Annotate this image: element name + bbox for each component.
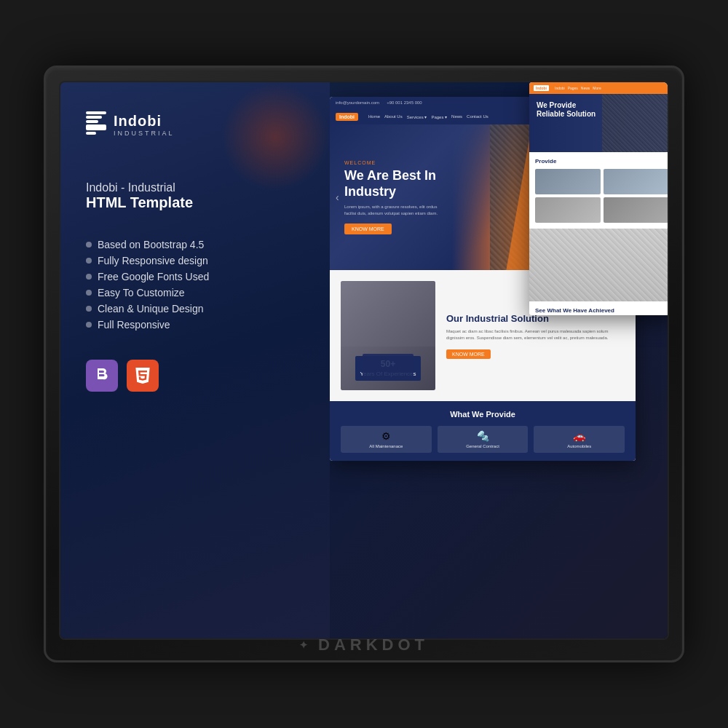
sec-links: Indobi Pages News More bbox=[555, 86, 601, 90]
sec-hero-text: We Provide Reliable Solution bbox=[537, 101, 668, 119]
tech-badges bbox=[86, 360, 304, 392]
sec-hero: We Provide Reliable Solution bbox=[529, 94, 668, 152]
feature-item: Full Responsive bbox=[86, 319, 304, 331]
product-name-line2: HTML Template bbox=[86, 194, 304, 211]
sec-brand: Indobi bbox=[534, 85, 549, 91]
feature-item: Easy To Customize bbox=[86, 287, 304, 298]
nav-links: Home About Us Services ▾ Pages ▾ News Co… bbox=[368, 114, 488, 119]
services-grid: ⚙ All Maintenanace 🔩 General Contract 🚗 … bbox=[341, 426, 625, 453]
about-text: Maquet ac diam ac libac facilisis finibu… bbox=[446, 328, 625, 341]
logo-icon bbox=[86, 111, 106, 138]
hero-cta-button[interactable]: KNOW MORE bbox=[344, 223, 392, 234]
about-image: 50+ Years Of Experiences bbox=[341, 281, 435, 390]
sec-hero-title: We Provide Reliable Solution bbox=[537, 101, 602, 119]
sec-provide-grid bbox=[535, 169, 668, 223]
feature-item: Clean & Unique Design bbox=[86, 303, 304, 314]
hero-text: WELCOME We Are Best In Industry Lorem ip… bbox=[344, 160, 446, 234]
about-cta-button[interactable]: KNOW MORE bbox=[446, 349, 491, 359]
feature-item: Based on Bootstrap 4.5 bbox=[86, 239, 304, 250]
service-item: 🚗 Automobiles bbox=[534, 426, 625, 453]
about-content: Our Industrial Solution Maquet ac diam a… bbox=[446, 313, 625, 359]
hero-welcome: WELCOME bbox=[344, 160, 446, 165]
hero-desc: Lorem ipsum, with a gravure resolves, el… bbox=[344, 204, 439, 216]
right-panel: Indobi Indobi Pages News More We Provide… bbox=[330, 82, 668, 638]
logo-title: Indobi bbox=[114, 113, 175, 130]
logo-text: Indobi INDUSTRIAL bbox=[114, 113, 175, 137]
sec-navbar: Indobi Indobi Pages News More bbox=[529, 82, 668, 94]
monitor: Indobi INDUSTRIAL Indobi - Industrial HT… bbox=[44, 66, 684, 662]
left-panel: Indobi INDUSTRIAL Indobi - Industrial HT… bbox=[60, 82, 330, 638]
sec-provide: Provide bbox=[529, 152, 668, 229]
screen-content: Indobi INDUSTRIAL Indobi - Industrial HT… bbox=[60, 82, 668, 638]
sec-achieve-title: See What We Have Achieved bbox=[535, 307, 668, 314]
sec-achieve: See What We Have Achieved Sarah Pellins bbox=[529, 301, 668, 315]
website-secondary: Indobi Indobi Pages News More We Provide… bbox=[529, 82, 668, 315]
service-item: 🔩 General Contract bbox=[438, 426, 529, 453]
prev-arrow-icon[interactable]: ‹ bbox=[336, 191, 339, 203]
site-services: What We Provide ⚙ All Maintenanace 🔩 Gen… bbox=[330, 401, 636, 461]
service-item: ⚙ All Maintenanace bbox=[341, 426, 432, 453]
feature-item: Free Google Fonts Used bbox=[86, 271, 304, 282]
sec-provide-title: Provide bbox=[535, 158, 668, 165]
html5-badge bbox=[127, 360, 159, 392]
services-title: What We Provide bbox=[341, 410, 625, 419]
nav-brand: Indobi bbox=[336, 113, 358, 121]
sec-workers bbox=[529, 229, 668, 301]
screen-bezel: Indobi INDUSTRIAL Indobi - Industrial HT… bbox=[59, 81, 669, 640]
features-list: Based on Bootstrap 4.5 Fully Responsive … bbox=[86, 239, 304, 331]
hero-title: We Are Best In Industry bbox=[344, 168, 446, 199]
product-title: Indobi - Industrial HTML Template bbox=[86, 181, 304, 211]
logo-area: Indobi INDUSTRIAL bbox=[86, 111, 304, 138]
feature-item: Fully Responsive design bbox=[86, 255, 304, 266]
logo-subtitle: INDUSTRIAL bbox=[114, 130, 175, 137]
bootstrap-badge bbox=[86, 360, 118, 392]
product-name-line1: Indobi - Industrial bbox=[86, 181, 304, 194]
